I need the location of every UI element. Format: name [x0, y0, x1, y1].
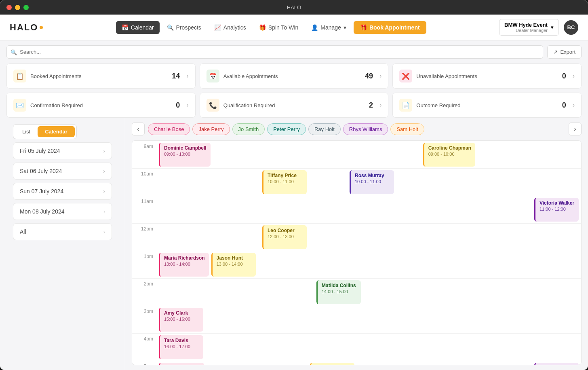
close-button[interactable]	[6, 5, 12, 10]
events-column: Dominic Campbell 09:00 - 10:00 Caroline …	[156, 141, 581, 365]
chevron-right-icon: ›	[103, 148, 105, 154]
book-appointment-button[interactable]: 🎁 Book Appointment	[354, 21, 426, 34]
qualification-icon: 📞	[207, 99, 219, 112]
date-item-all[interactable]: All ›	[13, 223, 112, 240]
calendar-view-button[interactable]: Calendar	[38, 126, 75, 137]
appointment-amy[interactable]: Amy Clark 15:00 - 16:00	[159, 308, 203, 332]
unavailable-icon: ❌	[399, 70, 412, 82]
events-row-4pm: Tara Davis 16:00 - 17:00	[156, 333, 581, 361]
date-item-fri[interactable]: Fri 05 July 2024 ›	[13, 142, 112, 159]
date-item-sun[interactable]: Sun 07 July 2024 ›	[13, 183, 112, 200]
events-row-5pm: Courtney Wood 17:00 - 18:00 Liam Ross 17…	[156, 361, 581, 365]
confirmation-count: 0	[176, 101, 180, 110]
available-label: Available Appointments	[223, 73, 361, 79]
appointment-leo[interactable]: Leo Cooper 12:00 - 13:00	[262, 225, 307, 249]
list-view-button[interactable]: List	[15, 126, 38, 137]
window-controls	[6, 5, 29, 10]
nav-spintowin[interactable]: 🎁 Spin To Win	[253, 21, 304, 34]
calendar-grid: 9am 10am 11am 12pm 1pm 2pm 3pm 4pm 5pm	[132, 140, 582, 365]
stat-booked[interactable]: 📋 Booked Appointments 14 ›	[6, 63, 196, 89]
stats-row-1: 📋 Booked Appointments 14 › 📅 Available A…	[0, 59, 588, 89]
dealer-name: BMW Hyde Event	[504, 22, 548, 28]
chevron-right-icon: ›	[103, 208, 105, 215]
appointment-courtney[interactable]: Courtney Wood 17:00 - 18:00	[159, 363, 204, 365]
stat-qualification[interactable]: 📞 Qualification Required 2 ›	[200, 93, 389, 118]
nav-analytics[interactable]: 📈 Analytics	[209, 21, 252, 34]
staff-tab-jake[interactable]: Jake Perry	[192, 123, 230, 135]
calendar-next-button[interactable]: ›	[569, 123, 582, 135]
appointment-caroline[interactable]: Caroline Chapman 09:00 - 10:00	[423, 143, 475, 167]
events-row-3pm: Amy Clark 15:00 - 16:00	[156, 306, 581, 333]
stats-row-2: ✉️ Confirmation Required 0 › 📞 Qualifica…	[0, 89, 588, 118]
calendar-main: ‹ Charlie Bose Jake Perry Jo Smith	[125, 118, 588, 370]
appointment-tiffany[interactable]: Tiffany Price 10:00 - 11:00	[262, 170, 307, 194]
time-slot-10am: 10am	[132, 168, 156, 196]
time-slot-11am: 11am	[132, 196, 156, 223]
outcome-icon: 📄	[399, 99, 412, 112]
outcome-arrow: ›	[573, 101, 575, 109]
confirmation-label: Confirmation Required	[30, 102, 172, 108]
stat-available[interactable]: 📅 Available Appointments 49 ›	[200, 63, 389, 89]
appointment-matilda[interactable]: Matilda Collins 14:00 - 15:00	[316, 280, 361, 304]
unavailable-count: 0	[562, 72, 566, 80]
qualification-arrow: ›	[379, 101, 381, 109]
stat-outcome[interactable]: 📄 Outcome Required 0 ›	[392, 93, 582, 118]
events-row-9am: Dominic Campbell 09:00 - 10:00 Caroline …	[156, 141, 581, 168]
outcome-label: Outcome Required	[416, 102, 558, 108]
appointment-ross[interactable]: Ross Murray 10:00 - 11:00	[350, 170, 394, 194]
staff-tabs: Charlie Bose Jake Perry Jo Smith Peter P…	[148, 123, 565, 135]
time-slot-5pm: 5pm	[132, 361, 156, 365]
export-button[interactable]: ↗ Export	[547, 45, 582, 59]
calendar-prev-button[interactable]: ‹	[132, 123, 145, 135]
maximize-button[interactable]	[23, 5, 29, 10]
calendar-header: ‹ Charlie Bose Jake Perry Jo Smith	[132, 123, 582, 135]
appointment-liam[interactable]: Liam Ross 17:00 - 18:00	[310, 363, 354, 365]
qualification-count: 2	[369, 101, 373, 110]
available-count: 49	[365, 72, 373, 80]
search-icon: 🔍	[11, 49, 17, 55]
available-icon: 📅	[207, 70, 219, 82]
date-item-mon[interactable]: Mon 08 July 2024 ›	[13, 203, 112, 220]
staff-tab-jo[interactable]: Jo Smith	[232, 123, 265, 135]
booked-arrow: ›	[186, 72, 188, 80]
staff-tab-sam[interactable]: Sam Holt	[390, 123, 424, 135]
staff-tab-charlie[interactable]: Charlie Bose	[148, 123, 190, 135]
time-column: 9am 10am 11am 12pm 1pm 2pm 3pm 4pm 5pm	[132, 141, 156, 365]
header-right: BMW Hyde Event Dealer Manager ▾ BC	[499, 19, 578, 36]
export-icon: ↗	[553, 49, 558, 55]
chevron-right-icon: ›	[103, 188, 105, 195]
appointment-victoria[interactable]: Victoria Walker 11:00 - 12:00	[534, 198, 579, 222]
staff-tab-peter[interactable]: Peter Perry	[267, 123, 306, 135]
minimize-button[interactable]	[15, 5, 20, 10]
left-sidebar: List Calendar Fri 05 July 2024 › Sat 06 …	[0, 118, 125, 370]
time-slot-4pm: 4pm	[132, 333, 156, 361]
titlebar: HALO	[0, 0, 588, 15]
date-list: Fri 05 July 2024 › Sat 06 July 2024 › Su…	[6, 142, 118, 240]
time-slot-12pm: 12pm	[132, 223, 156, 251]
nav-manage[interactable]: 👤 Manage ▾	[306, 21, 352, 34]
nav-calendar[interactable]: 📅 Calendar	[116, 21, 160, 34]
stat-unavailable[interactable]: ❌ Unavailable Appointments 0 ›	[392, 63, 582, 89]
staff-tab-rhys[interactable]: Rhys Williams	[343, 123, 388, 135]
appointment-dominic[interactable]: Dominic Campbell 09:00 - 10:00	[159, 143, 211, 167]
nav-prospects[interactable]: 🔍 Prospects	[161, 21, 207, 34]
appointment-tara[interactable]: Tara Davis 16:00 - 17:00	[159, 335, 203, 359]
app-body: HALO 📅 Calendar 🔍 Prospects 📈 Analytics	[0, 15, 588, 370]
search-input[interactable]	[6, 45, 543, 59]
date-item-sat[interactable]: Sat 06 July 2024 ›	[13, 163, 112, 180]
logo: HALO	[10, 22, 43, 33]
stat-confirmation[interactable]: ✉️ Confirmation Required 0 ›	[6, 93, 196, 118]
unavailable-label: Unavailable Appointments	[416, 73, 558, 79]
unavailable-arrow: ›	[573, 72, 575, 80]
chevron-down-icon: ▾	[551, 24, 554, 30]
dealer-role: Dealer Manager	[504, 28, 548, 33]
calendar-icon: 📅	[122, 24, 129, 31]
appointment-maria[interactable]: Maria Richardson 13:00 - 14:00	[159, 253, 209, 277]
events-row-2pm: Matilda Collins 14:00 - 15:00	[156, 278, 581, 306]
staff-tab-ray[interactable]: Ray Holt	[308, 123, 341, 135]
dealer-selector[interactable]: BMW Hyde Event Dealer Manager ▾	[499, 19, 559, 36]
appointment-jason[interactable]: Jason Hunt 13:00 - 14:00	[211, 253, 256, 277]
appointment-molly[interactable]: Molly Watson 17:00 - 18:00	[534, 363, 579, 365]
qualification-label: Qualification Required	[223, 102, 365, 108]
prospects-icon: 🔍	[167, 24, 174, 31]
